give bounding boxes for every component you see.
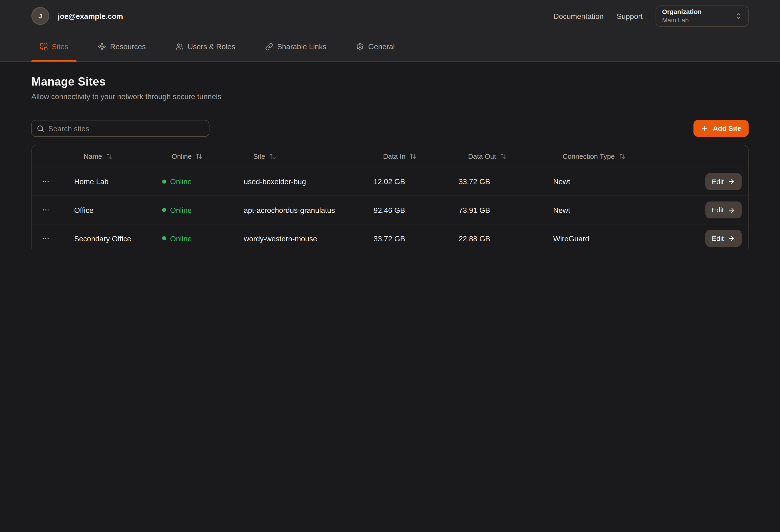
edit-button[interactable]: Edit (705, 201, 742, 219)
sort-arrows-icon (269, 152, 276, 159)
site-name: Secondary Office (74, 234, 162, 242)
data-in-value: 33.72 GB (374, 234, 459, 242)
data-out-value: 73.91 GB (458, 206, 553, 214)
page-title: Manage Sites (31, 62, 748, 89)
table-row: Secondary Office Online wordy-western-mo… (32, 224, 748, 249)
main-nav-tabs: Sites Resources Users & Roles Sharable L… (31, 32, 748, 61)
table-row: Home Lab Online used-boxelder-bug 12.02 … (32, 167, 748, 196)
online-status-label: Online (170, 177, 192, 186)
plus-icon (701, 125, 709, 132)
sort-arrows-icon (196, 152, 203, 159)
data-out-value: 22.88 GB (458, 234, 553, 242)
documentation-link[interactable]: Documentation (553, 12, 603, 20)
top-header: J joe@example.com Documentation Support … (0, 0, 780, 62)
tab-label: Sharable Links (277, 42, 326, 51)
tab-sharable-links[interactable]: Sharable Links (257, 32, 335, 61)
sort-arrows-icon (106, 152, 113, 159)
site-name: Home Lab (74, 177, 162, 186)
link-icon (265, 42, 273, 50)
column-header-connection-type[interactable]: Connection Type (553, 152, 664, 160)
connection-type-value: Newt (553, 206, 664, 214)
arrow-right-icon (728, 235, 735, 242)
sort-arrows-icon (500, 152, 507, 159)
connection-type-value: WireGuard (553, 234, 664, 242)
gear-icon (356, 42, 364, 50)
combine-icon (40, 42, 48, 50)
table-header-row: Name Online Site Data In Data Out (32, 145, 748, 167)
organization-selector[interactable]: Organization Main Lab (656, 5, 749, 27)
online-dot-icon (162, 236, 166, 240)
tab-label: General (368, 42, 395, 51)
row-menu-button[interactable] (32, 178, 74, 185)
site-name: Office (74, 206, 162, 214)
site-slug: used-boxelder-bug (244, 177, 374, 186)
users-icon (176, 42, 184, 50)
sort-arrows-icon (619, 152, 626, 159)
site-slug: apt-acrochordus-granulatus (244, 206, 374, 214)
ellipsis-icon (42, 234, 50, 242)
site-slug: wordy-western-mouse (244, 234, 374, 242)
row-menu-button[interactable] (32, 206, 74, 214)
waypoints-icon (98, 42, 106, 50)
online-status: Online (162, 206, 244, 214)
column-header-data-in[interactable]: Data In (374, 152, 459, 160)
online-status-label: Online (170, 206, 192, 214)
sites-table: Name Online Site Data In Data Out (31, 145, 748, 249)
column-header-name[interactable]: Name (74, 152, 162, 160)
column-header-site[interactable]: Site (244, 152, 374, 160)
tab-resources[interactable]: Resources (90, 32, 154, 61)
user-email: joe@example.com (58, 12, 123, 20)
header-actions: Documentation Support Organization Main … (553, 5, 748, 27)
avatar-initial: J (39, 12, 42, 19)
app-window: J joe@example.com Documentation Support … (0, 0, 780, 249)
tab-label: Users & Roles (188, 42, 236, 51)
search-box (31, 120, 209, 137)
online-dot-icon (162, 179, 166, 183)
online-status: Online (162, 234, 244, 242)
page-content: Manage Sites Allow connectivity to your … (0, 62, 780, 249)
column-header-data-out[interactable]: Data Out (458, 152, 553, 160)
user-bar: J joe@example.com Documentation Support … (31, 0, 748, 32)
search-input[interactable] (48, 124, 204, 133)
arrow-right-icon (728, 178, 735, 185)
table-toolbar: Add Site (31, 120, 748, 137)
ellipsis-icon (42, 206, 50, 214)
online-status-label: Online (170, 234, 192, 242)
search-icon (37, 125, 44, 132)
tab-label: Resources (110, 42, 146, 51)
organization-value: Main Lab (662, 16, 735, 24)
tab-label: Sites (52, 42, 68, 51)
page-subtitle: Allow connectivity to your network throu… (31, 92, 748, 100)
ellipsis-icon (42, 178, 50, 185)
data-in-value: 92.46 GB (374, 206, 459, 214)
arrow-right-icon (728, 206, 735, 214)
tab-general[interactable]: General (348, 32, 403, 61)
data-out-value: 33.72 GB (458, 177, 553, 186)
add-site-button[interactable]: Add Site (693, 120, 748, 137)
row-menu-button[interactable] (32, 234, 74, 242)
support-link[interactable]: Support (617, 12, 643, 20)
connection-type-value: Newt (553, 177, 664, 186)
table-row: Office Online apt-acrochordus-granulatus… (32, 196, 748, 224)
add-site-label: Add Site (713, 124, 741, 132)
online-dot-icon (162, 208, 166, 212)
online-status: Online (162, 177, 244, 186)
edit-button[interactable]: Edit (705, 230, 742, 247)
organization-label: Organization (662, 8, 735, 15)
avatar[interactable]: J (31, 7, 49, 25)
sort-arrows-icon (409, 152, 417, 159)
data-in-value: 12.02 GB (374, 177, 459, 186)
tab-users-roles[interactable]: Users & Roles (167, 32, 244, 61)
edit-button[interactable]: Edit (705, 173, 742, 190)
chevrons-up-down-icon (735, 12, 742, 19)
tab-sites[interactable]: Sites (31, 32, 77, 61)
column-header-online[interactable]: Online (162, 152, 244, 160)
